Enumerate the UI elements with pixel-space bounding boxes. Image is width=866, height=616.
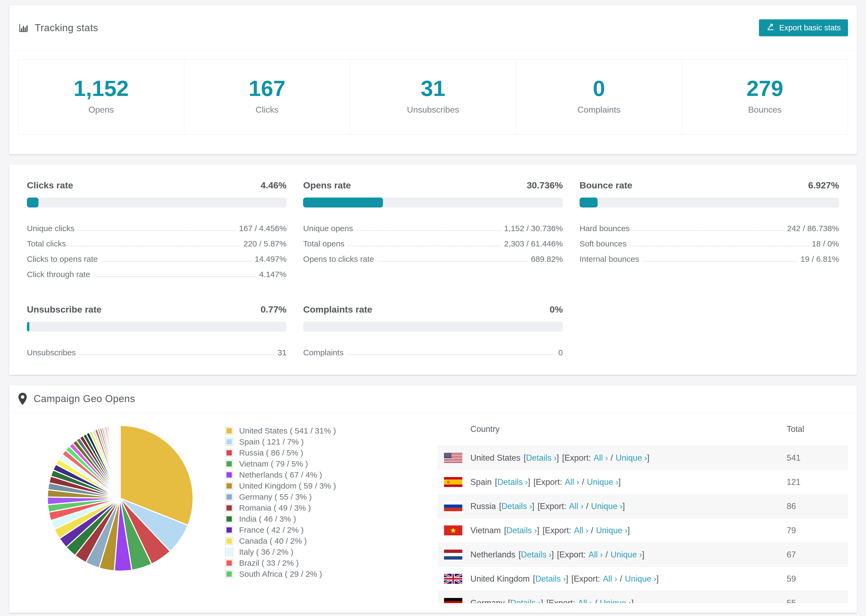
export-unique-link[interactable]: Unique › (591, 501, 623, 511)
legend-item-canada[interactable]: Canada ( 40 / 2% ) (225, 535, 360, 546)
export-unique-link[interactable]: Unique › (616, 453, 647, 462)
legend-swatch (225, 471, 233, 479)
table-row-united-states: United States[Details ›][Export:All ›/Un… (438, 446, 848, 470)
legend-swatch (225, 427, 233, 435)
export-all-link[interactable]: All › (569, 501, 583, 511)
country-name: United Kingdom (471, 574, 530, 583)
stat-row: Unsubscribes31 (27, 343, 287, 358)
details-link[interactable]: Details › (526, 453, 557, 462)
export-all-link[interactable]: All › (594, 453, 608, 462)
export-basic-stats-button[interactable]: Export basic stats (759, 19, 848, 36)
stat-row: Click through rate4.147% (27, 264, 287, 280)
stat-row: Clicks to opens rate14.497% (27, 249, 287, 264)
legend-swatch (225, 570, 233, 578)
bar-chart-icon (18, 23, 29, 33)
stat-value: 1,152 (18, 77, 184, 99)
germany-flag-icon (444, 598, 462, 603)
legend-item-netherlands[interactable]: Netherlands ( 67 / 4% ) (225, 469, 360, 480)
page: Tracking stats Export basic stats 1,152 … (0, 0, 866, 613)
legend-item-india[interactable]: India ( 46 / 3% ) (225, 513, 360, 524)
table-header-row: Country Total (438, 413, 848, 446)
legend-swatch (225, 515, 233, 523)
column-header-total: Total (787, 424, 848, 434)
legend-item-brazil[interactable]: Brazil ( 33 / 2% ) (225, 558, 360, 569)
stat-label: Bounces (682, 105, 848, 115)
stat-row: Soft bounces18 / 0% (579, 234, 839, 249)
legend-item-spain[interactable]: Spain ( 121 / 7% ) (225, 436, 360, 447)
clicks-rate-progress (27, 198, 287, 207)
rate-title: Bounce rate (579, 180, 633, 190)
export-all-link[interactable]: All › (565, 477, 579, 487)
rates-card: Clicks rate 4.46% Unique clicks167 / 4.4… (9, 164, 857, 375)
stat-row: Hard bounces242 / 86.738% (579, 218, 839, 234)
map-pin-icon (18, 393, 27, 405)
legend-swatch (225, 482, 233, 490)
details-link[interactable]: Details › (535, 574, 566, 583)
export-all-link[interactable]: All › (589, 550, 603, 559)
details-link[interactable]: Details › (497, 477, 528, 487)
export-all-link[interactable]: All › (578, 598, 592, 603)
total-value: 55 (787, 598, 848, 603)
export-all-link[interactable]: All › (603, 574, 617, 583)
rate-section-unsubscribes: Unsubscribe rate 0.77% Unsubscribes31 (27, 304, 287, 358)
legend-item-italy[interactable]: Italy ( 36 / 2% ) (225, 546, 360, 558)
unsubscribe-rate-progress (27, 322, 287, 332)
export-unique-link[interactable]: Unique › (587, 477, 618, 487)
details-link[interactable]: Details › (510, 598, 541, 603)
details-link[interactable]: Details › (506, 526, 537, 535)
export-button-label: Export basic stats (779, 24, 841, 32)
legend-swatch (225, 526, 233, 534)
country-name: Netherlands (471, 550, 515, 559)
legend-item-vietnam[interactable]: Vietnam ( 79 / 5% ) (225, 458, 360, 469)
stat-clicks: 167 Clicks (184, 60, 350, 134)
stat-row: Total clicks220 / 5.87% (27, 234, 287, 249)
legend-item-united-kingdom[interactable]: United Kingdom ( 59 / 3% ) (225, 480, 360, 491)
legend-swatch (225, 559, 233, 567)
export-unique-link[interactable]: Unique › (625, 574, 656, 583)
stat-row: Unique opens1,152 / 30.736% (303, 218, 563, 234)
legend-item-romania[interactable]: Romania ( 49 / 3% ) (225, 502, 360, 513)
stat-unsubscribes: 31 Unsubscribes (350, 60, 516, 134)
total-value: 121 (787, 477, 848, 487)
table-row-vietnam: Vietnam[Details ›][Export:All ›/Unique ›… (438, 519, 848, 543)
stat-row: Unique clicks167 / 4.456% (27, 218, 287, 234)
rate-percent: 0.77% (261, 304, 287, 315)
stat-opens: 1,152 Opens (18, 60, 184, 134)
legend-item-france[interactable]: France ( 42 / 2% ) (225, 524, 360, 535)
rate-title: Clicks rate (27, 180, 73, 190)
stat-row: Total opens2,303 / 61.446% (303, 234, 563, 249)
export-unique-link[interactable]: Unique › (600, 598, 631, 603)
legend-item-south-africa[interactable]: South Africa ( 29 / 2% ) (225, 569, 360, 580)
country-name: Vietnam (471, 526, 501, 535)
legend-item-russia[interactable]: Russia ( 86 / 5% ) (225, 447, 360, 458)
export-unique-link[interactable]: Unique › (611, 550, 642, 559)
rate-title: Complaints rate (303, 304, 372, 315)
pie-legend: United States ( 541 / 31% ) Spain ( 121 … (225, 425, 360, 580)
stat-value: 0 (516, 77, 682, 99)
spain-flag-icon (444, 477, 462, 487)
stat-value: 167 (184, 77, 350, 99)
legend-item-united-states[interactable]: United States ( 541 / 31% ) (225, 425, 360, 436)
rate-section-bounces: Bounce rate 6.927% Hard bounces242 / 86.… (579, 180, 839, 280)
bounce-rate-progress (579, 198, 839, 207)
stat-label: Opens (18, 105, 184, 115)
export-unique-link[interactable]: Unique › (596, 526, 627, 535)
country-name: Russia (471, 501, 496, 511)
table-row-united-kingdom: United Kingdom[Details ›][Export:All ›/U… (438, 567, 848, 591)
legend-swatch (225, 449, 233, 457)
legend-swatch (225, 438, 233, 446)
rate-section-complaints: Complaints rate 0% Complaints0 (303, 304, 563, 358)
stats-summary: 1,152 Opens 167 Clicks 31 Unsubscribes 0… (18, 60, 848, 134)
legend-item-germany[interactable]: Germany ( 55 / 3% ) (225, 491, 360, 502)
geo-opens-pie-chart (45, 423, 195, 574)
table-row-germany: Germany[Details ›][Export:All ›/Unique ›… (438, 591, 848, 603)
details-link[interactable]: Details › (521, 550, 552, 559)
export-all-link[interactable]: All › (574, 526, 588, 535)
opens-rate-progress (303, 198, 563, 207)
details-link[interactable]: Details › (501, 501, 532, 511)
country-name: United States (471, 453, 520, 462)
tracking-stats-header: Tracking stats Export basic stats (9, 5, 857, 51)
rate-title: Unsubscribe rate (27, 304, 102, 315)
country-name: Germany (471, 598, 505, 603)
uk-flag-icon (444, 574, 462, 584)
